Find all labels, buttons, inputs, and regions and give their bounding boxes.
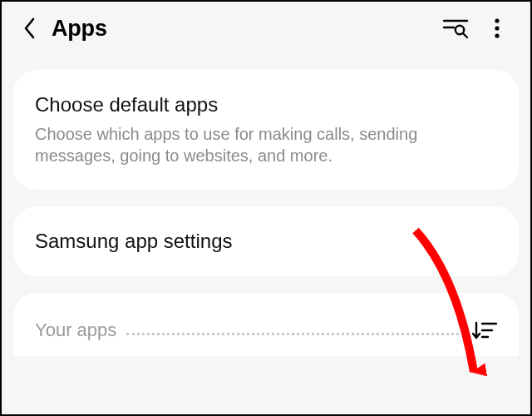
samsung-app-settings-item[interactable]: Samsung app settings — [13, 206, 519, 276]
search-list-icon — [442, 17, 469, 39]
back-button[interactable] — [13, 12, 47, 45]
sort-icon — [472, 320, 497, 340]
more-vertical-icon — [494, 17, 500, 39]
svg-point-6 — [495, 33, 499, 37]
choose-default-apps-item[interactable]: Choose default apps Choose which apps to… — [13, 70, 519, 190]
card-subtitle: Choose which apps to use for making call… — [35, 123, 497, 166]
screen-frame: Apps Choose default apps Choose which ap… — [0, 0, 532, 416]
card-title: Samsung app settings — [35, 230, 497, 253]
page-title: Apps — [52, 16, 107, 42]
section-label: Your apps — [35, 319, 116, 341]
app-header: Apps — [2, 2, 530, 55]
svg-line-3 — [463, 33, 467, 37]
more-options-button[interactable] — [479, 10, 515, 47]
svg-point-4 — [495, 18, 499, 22]
chevron-left-icon — [22, 17, 38, 40]
search-finder-button[interactable] — [437, 10, 474, 47]
card-title: Choose default apps — [35, 93, 497, 116]
svg-point-5 — [495, 26, 499, 30]
sort-filter-button[interactable] — [469, 314, 500, 346]
divider-dotted — [126, 333, 459, 335]
your-apps-section-header: Your apps — [13, 293, 519, 356]
